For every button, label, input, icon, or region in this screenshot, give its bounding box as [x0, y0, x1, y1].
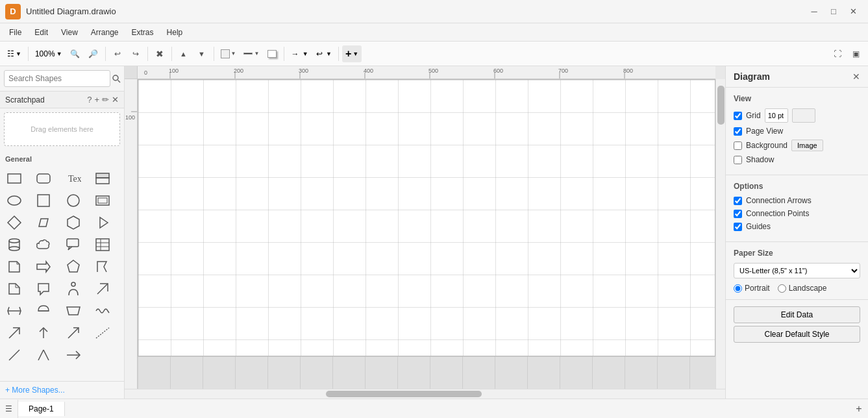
page-view-checkbox-label[interactable]: Page View — [734, 127, 783, 136]
grid-checkbox[interactable] — [734, 112, 742, 120]
shape-table[interactable] — [92, 234, 113, 255]
scratchpad-drop-area[interactable]: Drag elements here — [4, 112, 120, 146]
guides-label[interactable]: Guides — [734, 222, 771, 231]
scratchpad-add-icon[interactable]: + — [94, 95, 99, 104]
fill-color-button[interactable]: ▼ — [217, 45, 240, 62]
connection-style-dropdown[interactable]: → ▼ — [288, 45, 311, 62]
connection-arrows-label[interactable]: Connection Arrows — [734, 196, 812, 205]
shape-line-angled[interactable] — [33, 345, 54, 365]
menu-view[interactable]: View — [55, 25, 84, 40]
page-view-checkbox[interactable] — [734, 127, 742, 136]
portrait-radio[interactable] — [734, 284, 742, 293]
vertical-scrollbar[interactable] — [715, 79, 725, 389]
menu-arrange[interactable]: Arrange — [84, 25, 125, 40]
search-input[interactable] — [4, 70, 110, 87]
page-setup-dropdown[interactable]: ☷ ▼ — [4, 45, 25, 62]
zoom-out-button[interactable]: 🔎 — [85, 45, 102, 62]
page-tab-1[interactable]: Page-1 — [18, 402, 65, 416]
search-icon-button[interactable] — [112, 71, 121, 86]
shape-heading[interactable] — [92, 168, 113, 189]
shape-triangle[interactable] — [92, 212, 113, 233]
panel-close-icon[interactable]: ✕ — [852, 71, 860, 82]
landscape-radio[interactable] — [778, 284, 786, 293]
minimize-button[interactable]: ─ — [804, 2, 824, 21]
grid-checkbox-label[interactable]: Grid — [734, 111, 761, 120]
to-back-button[interactable]: ▼ — [193, 45, 210, 62]
background-checkbox[interactable] — [734, 141, 742, 150]
shape-rect-rounded[interactable] — [33, 168, 54, 189]
background-checkbox-label[interactable]: Background — [734, 141, 787, 150]
shape-line-up[interactable] — [4, 345, 25, 365]
zoom-in-button[interactable]: 🔍 — [67, 45, 84, 62]
grid-color-picker[interactable] — [792, 108, 815, 123]
shape-callout[interactable] — [63, 234, 84, 255]
shape-dotted-line[interactable] — [92, 323, 113, 343]
bottom-menu-button[interactable]: ☰ — [0, 400, 18, 418]
shape-pentagon[interactable] — [63, 256, 84, 277]
shape-square[interactable] — [33, 190, 54, 211]
fit-page-button[interactable]: ▣ — [847, 45, 864, 62]
waypoint-dropdown[interactable]: ↩ ▼ — [313, 45, 335, 62]
close-button[interactable]: ✕ — [843, 2, 863, 21]
zoom-dropdown[interactable]: 100% ▼ — [32, 45, 66, 62]
shape-speech-bubble[interactable] — [33, 278, 54, 299]
fullscreen-button[interactable]: ⛶ — [829, 45, 846, 62]
edit-data-button[interactable]: Edit Data — [734, 306, 860, 323]
stroke-color-button[interactable]: ▼ — [240, 45, 262, 62]
shape-hexagon[interactable] — [63, 212, 84, 233]
shape-person[interactable] — [63, 278, 84, 299]
scratchpad-edit-icon[interactable]: ✏ — [102, 95, 109, 104]
portrait-label[interactable]: Portrait — [734, 284, 770, 293]
shape-parallelogram[interactable] — [33, 212, 54, 233]
shape-left-right[interactable] — [4, 301, 25, 321]
scratchpad-close-icon[interactable]: ✕ — [112, 95, 119, 104]
shadow-button[interactable] — [264, 45, 280, 62]
landscape-label[interactable]: Landscape — [778, 284, 827, 293]
shape-text[interactable]: Text — [63, 168, 84, 189]
shape-arrow-right[interactable] — [33, 256, 54, 277]
canvas[interactable]: 100 — [138, 79, 715, 389]
guides-checkbox[interactable] — [734, 223, 742, 231]
hscrollbar-thumb[interactable] — [326, 391, 482, 397]
shape-half-circle[interactable] — [33, 301, 54, 321]
maximize-button[interactable]: □ — [824, 2, 843, 21]
shape-arrow-e[interactable] — [63, 345, 84, 365]
add-dropdown[interactable]: + ▼ — [342, 45, 362, 62]
shape-arrow-diagonal[interactable] — [63, 323, 84, 343]
vscrollbar-thumb[interactable] — [717, 86, 725, 125]
shape-no-shape[interactable] — [92, 278, 113, 299]
shape-circle[interactable] — [63, 190, 84, 211]
connection-points-label[interactable]: Connection Points — [734, 209, 809, 218]
shape-wave[interactable] — [92, 301, 113, 321]
shape-rect-outline[interactable] — [4, 168, 25, 189]
menu-help[interactable]: Help — [160, 25, 190, 40]
shape-note[interactable] — [4, 256, 25, 277]
shape-arrow-ne[interactable] — [4, 323, 25, 343]
grid-value-input[interactable] — [765, 108, 788, 123]
undo-button[interactable]: ↩ — [109, 45, 126, 62]
shape-flag[interactable] — [92, 256, 113, 277]
horizontal-scrollbar[interactable] — [125, 389, 725, 399]
more-shapes-button[interactable]: + More Shapes... — [0, 381, 124, 399]
clear-style-button[interactable]: Clear Default Style — [734, 326, 860, 343]
connection-points-checkbox[interactable] — [734, 210, 742, 218]
shape-arrow-n[interactable] — [33, 323, 54, 343]
shape-doc[interactable] — [4, 278, 25, 299]
connection-arrows-checkbox[interactable] — [734, 197, 742, 205]
shadow-checkbox[interactable] — [734, 156, 742, 164]
shape-cylinder[interactable] — [4, 234, 25, 255]
redo-button[interactable]: ↪ — [127, 45, 144, 62]
delete-button[interactable]: ✖ — [151, 45, 168, 62]
shape-rect-double[interactable] — [92, 190, 113, 211]
paper-size-select[interactable]: US-Letter (8,5" x 11") — [734, 263, 860, 278]
menu-extras[interactable]: Extras — [125, 25, 160, 40]
background-image-button[interactable]: Image — [791, 140, 823, 151]
shape-ellipse[interactable] — [4, 190, 25, 211]
to-front-button[interactable]: ▲ — [175, 45, 192, 62]
shape-cloud[interactable] — [33, 234, 54, 255]
scratchpad-help-icon[interactable]: ? — [87, 95, 92, 104]
menu-file[interactable]: File — [3, 25, 28, 40]
shadow-checkbox-label[interactable]: Shadow — [734, 155, 774, 164]
shape-trapezoid[interactable] — [63, 301, 84, 321]
add-page-button[interactable]: + — [850, 400, 868, 418]
